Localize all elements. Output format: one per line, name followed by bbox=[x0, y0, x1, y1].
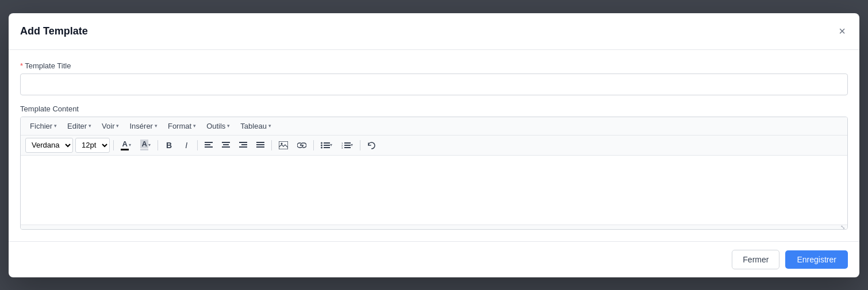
required-indicator: * bbox=[20, 61, 23, 70]
svg-rect-11 bbox=[256, 146, 264, 148]
insert-link-button[interactable] bbox=[294, 138, 310, 153]
highlight-color-button[interactable]: A ▾ bbox=[137, 138, 154, 153]
editor-container: Fichier ▾ Editer ▾ Voir ▾ Insérer ▾ bbox=[20, 117, 848, 230]
align-left-button[interactable] bbox=[201, 138, 216, 153]
font-color-button[interactable]: A ▾ bbox=[117, 138, 135, 153]
menu-fichier[interactable]: Fichier ▾ bbox=[25, 119, 62, 133]
align-right-button[interactable] bbox=[236, 138, 251, 153]
menu-tableau[interactable]: Tableau ▾ bbox=[236, 119, 276, 133]
svg-rect-3 bbox=[222, 142, 230, 143]
editor-content-area[interactable] bbox=[21, 156, 847, 225]
editor-resize-bar: ⤡ bbox=[21, 225, 847, 229]
toolbar-separator bbox=[271, 140, 272, 150]
italic-button[interactable]: I bbox=[179, 138, 194, 153]
svg-rect-2 bbox=[205, 146, 213, 148]
font-size-select[interactable]: 12pt bbox=[75, 138, 110, 153]
bullet-list-button[interactable]: ▾ bbox=[317, 138, 336, 153]
chevron-down-icon: ▾ bbox=[54, 123, 57, 129]
align-justify-button[interactable] bbox=[253, 138, 268, 153]
svg-rect-9 bbox=[256, 142, 264, 143]
insert-image-button[interactable] bbox=[275, 138, 291, 153]
toolbar-separator bbox=[360, 140, 360, 150]
bold-button[interactable]: B bbox=[162, 138, 176, 153]
svg-rect-24 bbox=[344, 145, 351, 146]
template-title-input[interactable] bbox=[20, 74, 848, 95]
svg-rect-10 bbox=[256, 144, 264, 145]
chevron-down-icon: ▾ bbox=[330, 142, 332, 148]
svg-rect-26 bbox=[344, 147, 351, 148]
cancel-button[interactable]: Fermer bbox=[732, 250, 779, 269]
toolbar-separator bbox=[113, 140, 114, 150]
add-template-modal: Add Template × *Template Title Template … bbox=[9, 13, 859, 277]
svg-rect-12 bbox=[279, 141, 288, 149]
modal-title: Add Template bbox=[20, 25, 88, 37]
chevron-down-icon: ▾ bbox=[155, 123, 158, 129]
svg-rect-5 bbox=[222, 146, 230, 148]
svg-point-17 bbox=[321, 144, 322, 146]
toolbar-separator bbox=[158, 140, 158, 150]
svg-rect-22 bbox=[344, 142, 351, 144]
resize-icon: ⤡ bbox=[840, 224, 845, 230]
menu-editer[interactable]: Editer ▾ bbox=[63, 119, 96, 133]
svg-rect-20 bbox=[324, 147, 330, 148]
highlight-color-indicator bbox=[140, 149, 148, 150]
svg-point-19 bbox=[321, 146, 322, 148]
svg-rect-0 bbox=[205, 142, 213, 143]
chevron-down-icon: ▾ bbox=[116, 123, 119, 129]
toolbar: Verdana 12pt A ▾ bbox=[21, 136, 847, 156]
svg-text:3.: 3. bbox=[341, 146, 343, 149]
template-title-label: *Template Title bbox=[20, 61, 848, 70]
menu-inserer[interactable]: Insérer ▾ bbox=[125, 119, 162, 133]
template-content-label: Template Content bbox=[20, 105, 848, 113]
font-color-indicator bbox=[121, 149, 129, 150]
save-button[interactable]: Enregistrer bbox=[785, 250, 847, 269]
close-button[interactable]: × bbox=[836, 22, 848, 40]
chevron-down-icon: ▾ bbox=[351, 142, 353, 148]
menu-outils[interactable]: Outils ▾ bbox=[202, 119, 235, 133]
svg-rect-18 bbox=[324, 145, 330, 146]
svg-rect-7 bbox=[241, 144, 247, 145]
modal-overlay: Add Template × *Template Title Template … bbox=[0, 0, 868, 290]
undo-button[interactable] bbox=[364, 138, 379, 153]
modal-footer: Fermer Enregistrer bbox=[9, 241, 859, 277]
chevron-down-icon: ▾ bbox=[193, 123, 196, 129]
svg-rect-4 bbox=[223, 144, 229, 145]
menu-format[interactable]: Format ▾ bbox=[163, 119, 201, 133]
menu-bar: Fichier ▾ Editer ▾ Voir ▾ Insérer ▾ bbox=[21, 117, 847, 136]
chevron-down-icon: ▾ bbox=[227, 123, 230, 129]
modal-header: Add Template × bbox=[9, 13, 859, 50]
svg-rect-6 bbox=[239, 142, 247, 143]
numbered-list-button[interactable]: 1. 2. 3. ▾ bbox=[338, 138, 356, 153]
chevron-down-icon: ▾ bbox=[268, 123, 271, 129]
menu-voir[interactable]: Voir ▾ bbox=[97, 119, 124, 133]
toolbar-separator bbox=[197, 140, 198, 150]
toolbar-separator bbox=[313, 140, 314, 150]
svg-point-15 bbox=[321, 142, 322, 144]
svg-point-13 bbox=[281, 142, 283, 144]
chevron-down-icon: ▾ bbox=[89, 123, 91, 129]
svg-rect-8 bbox=[239, 146, 247, 148]
chevron-down-icon: ▾ bbox=[129, 142, 131, 148]
chevron-down-icon: ▾ bbox=[148, 142, 151, 148]
modal-body: *Template Title Template Content Fichier… bbox=[9, 50, 859, 241]
align-center-button[interactable] bbox=[218, 138, 233, 153]
svg-rect-1 bbox=[205, 144, 210, 145]
font-family-select[interactable]: Verdana bbox=[25, 138, 73, 153]
svg-rect-16 bbox=[324, 142, 330, 144]
